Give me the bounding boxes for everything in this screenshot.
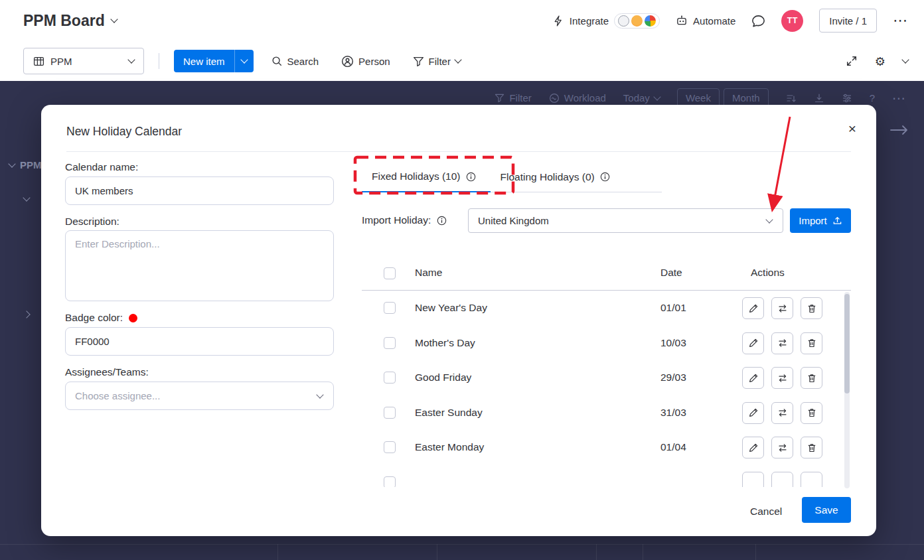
avatar[interactable]: TT bbox=[781, 10, 803, 32]
integrate-button[interactable]: Integrate bbox=[553, 13, 660, 29]
trash-icon bbox=[807, 407, 817, 418]
pencil-icon bbox=[748, 407, 759, 418]
workload-icon bbox=[549, 93, 560, 104]
import-country-select[interactable]: United Kingdom bbox=[468, 208, 783, 233]
swap-button[interactable] bbox=[771, 367, 793, 389]
description-label: Description: bbox=[65, 216, 119, 228]
tab-fixed-holidays[interactable]: Fixed Holidays (10) bbox=[362, 163, 491, 192]
tab-floating-holidays[interactable]: Floating Holidays (0) bbox=[491, 163, 625, 192]
search-icon bbox=[271, 55, 283, 67]
assignees-select[interactable]: Choose assignee... bbox=[65, 382, 334, 410]
person-icon bbox=[341, 55, 354, 68]
import-button[interactable]: Import bbox=[790, 208, 851, 233]
delete-button[interactable] bbox=[801, 437, 822, 458]
delete-button[interactable] bbox=[801, 402, 822, 424]
info-icon[interactable] bbox=[600, 172, 610, 182]
description-label-text: Description: bbox=[65, 216, 119, 228]
cancel-button[interactable]: Cancel bbox=[743, 502, 789, 522]
calendar-name-input[interactable] bbox=[65, 176, 334, 205]
integration-apps-pill bbox=[614, 13, 660, 29]
delete-button[interactable] bbox=[801, 297, 822, 319]
trash-icon bbox=[807, 338, 817, 348]
swap-button[interactable] bbox=[771, 472, 793, 488]
table-view-icon bbox=[33, 56, 44, 67]
row-checkbox[interactable] bbox=[384, 337, 396, 349]
chevron-down-icon bbox=[765, 216, 773, 223]
integration-app-icon-3 bbox=[645, 15, 656, 27]
import-button-label: Import bbox=[799, 215, 827, 226]
table-row: New Year's Day 01/01 bbox=[362, 291, 851, 326]
expand-icon[interactable] bbox=[846, 55, 858, 67]
edit-button[interactable] bbox=[742, 402, 764, 424]
board-gridline bbox=[643, 544, 643, 560]
board-gridline bbox=[277, 544, 278, 560]
swap-button[interactable] bbox=[771, 297, 793, 319]
swap-arrows-icon bbox=[777, 303, 788, 314]
board-gridline bbox=[0, 544, 924, 545]
integrate-bolt-icon bbox=[553, 15, 564, 27]
delete-button[interactable] bbox=[801, 472, 822, 488]
integration-app-icon-1 bbox=[618, 15, 629, 27]
new-item-label: New item bbox=[174, 50, 234, 72]
info-icon[interactable] bbox=[437, 216, 447, 226]
description-textarea[interactable] bbox=[65, 230, 334, 301]
chat-icon[interactable] bbox=[751, 14, 765, 28]
board-group-label: PPM bbox=[9, 159, 42, 171]
badge-color-input[interactable] bbox=[65, 327, 334, 356]
edit-button[interactable] bbox=[742, 437, 764, 458]
row-checkbox[interactable] bbox=[384, 476, 396, 488]
filter-button[interactable]: Filter bbox=[413, 56, 461, 67]
assignees-placeholder: Choose assignee... bbox=[75, 390, 160, 401]
new-item-button[interactable]: New item bbox=[174, 50, 254, 72]
chevron-right-icon bbox=[23, 311, 30, 318]
import-holiday-label-text: Import Holiday: bbox=[362, 214, 431, 226]
new-item-dropdown-arrow[interactable] bbox=[234, 50, 254, 72]
delete-button[interactable] bbox=[801, 367, 822, 389]
board-today-label: Today bbox=[623, 92, 650, 104]
row-checkbox[interactable] bbox=[384, 441, 396, 453]
board-title-group[interactable]: PPM Board bbox=[23, 12, 117, 30]
info-icon[interactable] bbox=[466, 172, 476, 182]
holiday-date: 10/03 bbox=[660, 337, 686, 349]
board-view-select[interactable]: PPM bbox=[23, 48, 144, 74]
automate-button[interactable]: Automate bbox=[676, 15, 735, 27]
swap-button[interactable] bbox=[771, 402, 793, 424]
swap-arrows-icon bbox=[777, 443, 788, 453]
table-scrollbar-thumb[interactable] bbox=[844, 294, 850, 393]
swap-button[interactable] bbox=[771, 437, 793, 458]
gear-icon[interactable]: ⚙ bbox=[875, 54, 886, 68]
invite-button[interactable]: Invite / 1 bbox=[819, 9, 877, 33]
chevron-down-icon[interactable] bbox=[901, 56, 909, 63]
row-checkbox[interactable] bbox=[384, 407, 396, 419]
close-icon[interactable]: × bbox=[848, 121, 856, 137]
edit-button[interactable] bbox=[742, 332, 764, 354]
scroll-right-arrow-icon bbox=[889, 125, 909, 135]
edit-button[interactable] bbox=[742, 297, 764, 319]
save-button[interactable]: Save bbox=[802, 497, 851, 523]
annotation-arrow bbox=[758, 111, 805, 218]
swap-button[interactable] bbox=[771, 332, 793, 354]
person-filter-button[interactable]: Person bbox=[341, 55, 390, 68]
delete-button[interactable] bbox=[801, 332, 822, 354]
holiday-tabs: Fixed Holidays (10) Floating Holidays (0… bbox=[362, 163, 662, 192]
board-gridline bbox=[755, 544, 756, 560]
filter-funnel-icon bbox=[413, 56, 424, 67]
calendar-name-label-text: Calendar name: bbox=[65, 161, 138, 173]
group-collapse-chevron bbox=[24, 191, 29, 203]
select-all-checkbox[interactable] bbox=[384, 267, 396, 279]
holiday-date: 01/04 bbox=[660, 441, 686, 453]
column-header-name: Name bbox=[415, 267, 442, 279]
board-workload-control: Workload bbox=[549, 92, 606, 104]
edit-button[interactable] bbox=[742, 472, 764, 488]
search-button[interactable]: Search bbox=[271, 55, 319, 67]
sort-icon bbox=[786, 93, 797, 104]
row-checkbox[interactable] bbox=[384, 302, 396, 314]
chevron-down-icon bbox=[653, 93, 660, 100]
toolbar-divider bbox=[159, 53, 159, 69]
table-scrollbar-track[interactable] bbox=[844, 292, 850, 488]
badge-color-dot bbox=[129, 314, 137, 322]
row-checkbox[interactable] bbox=[384, 372, 396, 384]
board-toolbar: PPM New item Search bbox=[0, 41, 924, 81]
edit-button[interactable] bbox=[742, 367, 764, 389]
more-options-button[interactable]: ⋯ bbox=[893, 17, 908, 24]
